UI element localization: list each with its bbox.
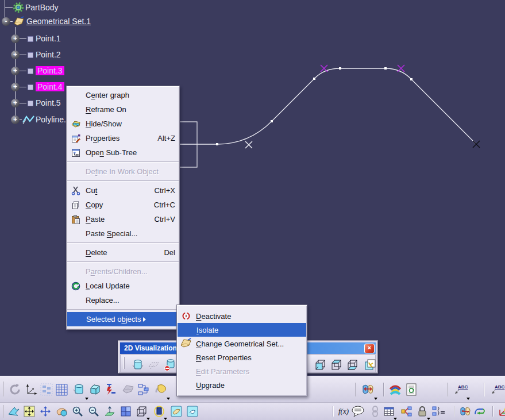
visible-space-toggle-icon[interactable] [186, 404, 199, 418]
menu-item-reframe-on[interactable]: Reframe On [67, 102, 179, 117]
dropdown-arrow-icon[interactable] [167, 398, 170, 400]
expand-button[interactable]: + [11, 34, 20, 43]
multi-view-icon[interactable] [119, 404, 133, 418]
submenu-item-deactivate[interactable]: Deactivate [177, 309, 307, 323]
menu-item-replace[interactable]: Replace... [67, 293, 179, 307]
compass-3d-icon[interactable] [496, 404, 505, 418]
close-icon[interactable]: × [364, 344, 375, 353]
zoom-in-icon[interactable] [71, 404, 84, 418]
point-marker-end-black[interactable] [473, 141, 480, 148]
manipulate-hand-disabled-icon[interactable] [120, 381, 136, 398]
dropdown-arrow-icon[interactable] [147, 418, 150, 420]
partbody-gear-icon[interactable] [13, 2, 24, 13]
plane-visualization-disabled-icon[interactable] [146, 356, 162, 373]
polyline-curve[interactable] [172, 68, 476, 144]
menu-item-center-graph[interactable]: Center graph [67, 88, 179, 102]
point-icon[interactable] [28, 52, 33, 58]
point-marker-white[interactable] [245, 141, 252, 148]
menu-item-hide-show[interactable]: Hide/Show [67, 117, 179, 131]
expand-button[interactable]: + [11, 99, 20, 107]
cube-front-face-icon[interactable] [313, 356, 329, 373]
collapse-button[interactable]: - [2, 17, 10, 26]
grid-icon[interactable] [53, 381, 70, 398]
menu-item-paste-special[interactable]: Paste Special... [67, 226, 179, 241]
tree-item-polyline[interactable]: Polyline.1 [36, 115, 71, 124]
menu-item-define-in-work-object[interactable]: Define In Work Object [67, 164, 179, 179]
menu-item-copy[interactable]: Copy Ctrl+C [67, 198, 179, 212]
menu-item-local-update[interactable]: Local Update [67, 279, 179, 293]
tree-item-point2[interactable]: Point.2 [36, 50, 61, 59]
specification-report-icon[interactable] [403, 381, 419, 398]
comment-bubble-icon[interactable] [351, 404, 365, 418]
fly-mode-icon[interactable] [7, 404, 21, 418]
structure-graph-icon[interactable] [399, 404, 413, 418]
dropdown-arrow-icon[interactable] [394, 418, 397, 420]
menu-item-paste[interactable]: Paste Ctrl+V [67, 212, 179, 226]
point-icon[interactable] [28, 68, 33, 74]
render-style-cylinder-icon[interactable] [152, 404, 166, 418]
cylinder-visualization-icon[interactable] [130, 356, 146, 373]
dropdown-arrow-icon[interactable] [374, 398, 377, 400]
tree-item-point4-selected[interactable]: Point.4 [36, 82, 64, 91]
tree-item-partbody[interactable]: PartBody [25, 3, 59, 12]
fit-all-in-icon[interactable] [22, 404, 36, 418]
cube-top-face-icon[interactable] [329, 356, 345, 373]
rotate-icon[interactable] [55, 404, 68, 418]
dropdown-arrow-icon[interactable] [467, 398, 470, 400]
menu-item-delete[interactable]: Delete Del [67, 245, 179, 260]
toolbar-drag-handle[interactable] [124, 357, 125, 369]
point-marker-selected-1[interactable] [321, 65, 327, 72]
update-loop-icon[interactable] [473, 404, 487, 418]
expand-button[interactable]: + [11, 51, 20, 59]
expand-button[interactable]: + [11, 83, 20, 91]
dropdown-arrow-icon[interactable] [164, 418, 167, 420]
shading-cylinder-icon[interactable] [71, 381, 87, 398]
cube-view-icon[interactable] [87, 381, 103, 398]
geometrical-set-hand-icon[interactable] [13, 16, 25, 27]
cylinder-remove-icon[interactable] [162, 356, 178, 373]
equivalent-dimensions-icon[interactable] [431, 404, 445, 418]
lock-icon[interactable] [415, 404, 429, 418]
menu-item-parents-children[interactable]: Parents/Children... [67, 264, 179, 279]
axis-system-icon[interactable] [23, 381, 39, 398]
catalog-swirl-icon[interactable] [153, 381, 169, 398]
link-disabled-icon[interactable] [368, 404, 382, 418]
toolbar-drag-handle[interactable] [3, 382, 4, 396]
tree-item-geometrical-set[interactable]: Geometrical Set.1 [26, 17, 91, 26]
zoom-out-icon[interactable] [87, 404, 101, 418]
view-mode-cube-icon[interactable] [135, 404, 149, 418]
tree-structure-icon[interactable] [136, 381, 152, 398]
point-icon[interactable] [28, 101, 33, 106]
point-icon[interactable] [28, 36, 33, 42]
text-with-leader-2-icon[interactable]: ABC [489, 381, 505, 398]
point-icon[interactable] [28, 84, 33, 90]
swap-visible-space-icon[interactable] [360, 381, 376, 398]
tree-item-point3-selected[interactable]: Point.3 [36, 66, 64, 75]
submenu-item-reset-properties[interactable]: Reset Properties [177, 350, 307, 364]
tree-item-point1[interactable]: Point.1 [36, 34, 61, 43]
text-with-leader-icon[interactable]: ABC [453, 381, 469, 398]
point-marker-selected-2[interactable] [398, 65, 404, 72]
submenu-item-isolate[interactable]: Isolate [178, 323, 306, 337]
menu-item-selected-objects[interactable]: Selected objects [67, 312, 179, 326]
toolbar-drag-handle[interactable] [3, 405, 4, 418]
submenu-item-upgrade[interactable]: Upgrade [177, 378, 307, 392]
dropdown-arrow-icon[interactable] [427, 418, 430, 420]
rainbow-analysis-icon[interactable] [387, 381, 403, 398]
cube-bottom-face-icon[interactable] [345, 356, 361, 373]
interrupt-lightning-icon[interactable] [102, 381, 118, 398]
expand-button[interactable]: + [11, 67, 20, 75]
tree-item-point5[interactable]: Point.5 [36, 98, 61, 107]
design-table-icon[interactable] [382, 404, 396, 418]
hide-show-swap-icon[interactable] [169, 404, 183, 418]
polyline-zigzag-icon[interactable] [22, 114, 36, 125]
structure-dotted-tree-icon[interactable] [38, 381, 55, 398]
update-swirl-icon[interactable] [7, 381, 23, 398]
expand-button[interactable]: + [11, 115, 20, 124]
menu-item-open-sub-tree[interactable]: Open Sub-Tree [67, 145, 179, 160]
layered-views-icon[interactable] [362, 356, 378, 373]
menu-item-properties[interactable]: Properties Alt+Z [67, 131, 179, 145]
pan-icon[interactable] [38, 404, 52, 418]
swap-space-icon[interactable] [458, 404, 472, 418]
normal-view-icon[interactable] [103, 404, 117, 418]
